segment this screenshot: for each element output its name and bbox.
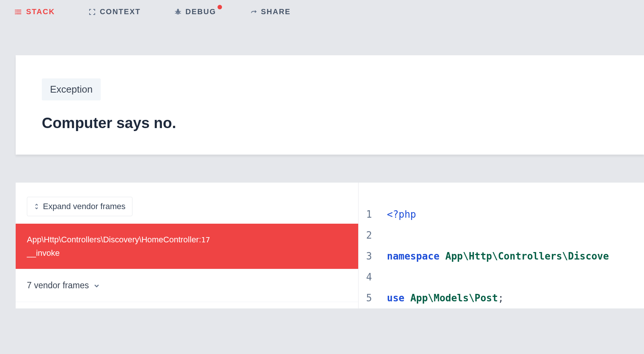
focus-icon (88, 8, 96, 16)
expand-icon (34, 203, 39, 210)
code-line-content: namespace App\Http\Controllers\Discove (387, 246, 644, 267)
code-line-content: use App\Models\Post; (387, 288, 644, 309)
code-line: 3namespace App\Http\Controllers\Discove (359, 246, 644, 267)
nav-tabs: STACK CONTEXT DEBUG (0, 0, 644, 24)
tab-context[interactable]: CONTEXT (88, 7, 141, 16)
expand-button-label: Expand vendor frames (43, 202, 125, 211)
code-line-number: 1 (359, 204, 387, 225)
tab-context-label: CONTEXT (100, 7, 141, 16)
svg-point-5 (15, 13, 16, 14)
vendor-frames-label: 7 vendor frames (27, 280, 89, 291)
svg-point-3 (15, 10, 16, 10)
chevron-down-icon (93, 282, 100, 289)
stack-sidebar: Expand vendor frames App\Http\Controller… (16, 183, 359, 308)
code-line-content (387, 267, 644, 288)
error-card: Exception Computer says no. (16, 55, 644, 155)
code-line-number: 4 (359, 267, 387, 288)
code-view: 1<?php2 3namespace App\Http\Controllers\… (359, 183, 644, 308)
vendor-frames-toggle[interactable]: 7 vendor frames (16, 269, 358, 302)
tab-share[interactable]: SHARE (250, 7, 291, 16)
code-line: 2 (359, 225, 644, 246)
svg-point-7 (177, 9, 179, 10)
tab-stack[interactable]: STACK (15, 7, 55, 16)
svg-point-4 (15, 12, 16, 12)
code-line-number: 5 (359, 288, 387, 309)
frame-separator: : (199, 235, 201, 244)
list-icon (15, 8, 22, 16)
tab-debug[interactable]: DEBUG (174, 7, 216, 16)
frame-method: __invoke (27, 247, 347, 259)
tab-share-label: SHARE (261, 7, 291, 16)
expand-vendor-frames-button[interactable]: Expand vendor frames (27, 197, 132, 216)
frame-path: App\Http\Controllers\Discovery\HomeContr… (27, 235, 199, 244)
svg-line-10 (180, 11, 181, 12)
stack-container: Expand vendor frames App\Http\Controller… (16, 183, 644, 308)
stack-frame-active[interactable]: App\Http\Controllers\Discovery\HomeContr… (16, 224, 358, 269)
code-line: 4 (359, 267, 644, 288)
error-message: Computer says no. (42, 115, 618, 131)
code-line-number: 3 (359, 246, 387, 267)
code-line-content: <?php (387, 204, 644, 225)
svg-line-9 (175, 13, 176, 13)
tab-debug-label: DEBUG (185, 7, 216, 16)
svg-line-8 (175, 11, 176, 12)
exception-badge: Exception (42, 78, 101, 100)
debug-indicator-dot (218, 5, 222, 9)
code-line-content (387, 225, 644, 246)
share-icon (250, 8, 257, 16)
code-line: 5use App\Models\Post; (359, 288, 644, 309)
bug-icon (174, 8, 182, 16)
frame-line-number: 17 (201, 235, 210, 244)
tab-stack-label: STACK (26, 7, 55, 16)
code-line: 1<?php (359, 204, 644, 225)
svg-line-11 (180, 13, 181, 13)
code-line-number: 2 (359, 225, 387, 246)
